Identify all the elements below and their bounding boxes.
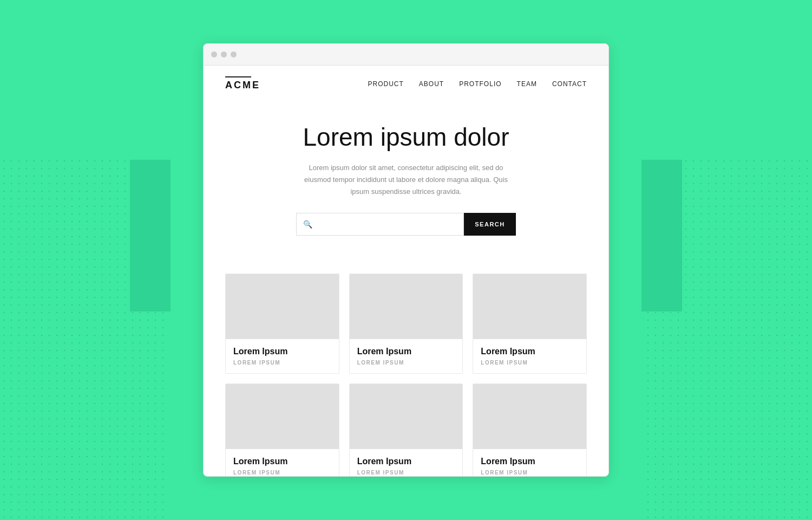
card-1[interactable]: Lorem Ipsum LOREM IPSUM <box>225 274 339 374</box>
card-6[interactable]: Lorem Ipsum LOREM IPSUM <box>473 384 587 476</box>
card-title-6: Lorem Ipsum <box>481 457 579 466</box>
browser-chrome <box>204 44 608 66</box>
card-title-4: Lorem Ipsum <box>233 457 331 466</box>
nav-link-product[interactable]: PRODUCT <box>368 80 404 88</box>
browser-dot-green <box>231 51 237 57</box>
search-input-wrapper: 🔍 <box>296 213 464 236</box>
card-body-3: Lorem Ipsum LOREM IPSUM <box>473 339 586 373</box>
card-image-2 <box>350 274 463 339</box>
browser-dot-yellow <box>221 51 227 57</box>
card-body-4: Lorem Ipsum LOREM IPSUM <box>226 449 339 476</box>
search-bar: 🔍 SEARCH <box>225 213 587 236</box>
card-subtitle-5: LOREM IPSUM <box>357 470 455 476</box>
card-subtitle-3: LOREM IPSUM <box>481 360 579 366</box>
card-body-5: Lorem Ipsum LOREM IPSUM <box>350 449 463 476</box>
card-title-2: Lorem Ipsum <box>357 347 455 356</box>
card-title-5: Lorem Ipsum <box>357 457 455 466</box>
hero-section: Lorem ipsum dolor Lorem ipsum dolor sit … <box>204 102 608 274</box>
logo-text[interactable]: ACME <box>225 80 260 91</box>
nav-link-about[interactable]: ABOUT <box>419 80 444 88</box>
card-subtitle-6: LOREM IPSUM <box>481 470 579 476</box>
card-subtitle-1: LOREM IPSUM <box>233 360 331 366</box>
logo-bar <box>225 76 251 77</box>
bg-solid-left <box>130 160 171 311</box>
card-image-6 <box>473 384 586 449</box>
nav-link-protfolio[interactable]: PROTFOLIO <box>459 80 501 88</box>
card-5[interactable]: Lorem Ipsum LOREM IPSUM <box>349 384 463 476</box>
logo-area: ACME <box>225 76 260 91</box>
card-image-1 <box>226 274 339 339</box>
card-image-5 <box>350 384 463 449</box>
search-icon: 🔍 <box>303 220 312 229</box>
card-3[interactable]: Lorem Ipsum LOREM IPSUM <box>473 274 587 374</box>
search-button[interactable]: SEARCH <box>464 213 515 236</box>
card-subtitle-2: LOREM IPSUM <box>357 360 455 366</box>
card-4[interactable]: Lorem Ipsum LOREM IPSUM <box>225 384 339 476</box>
card-subtitle-4: LOREM IPSUM <box>233 470 331 476</box>
nav-link-contact[interactable]: CONTACT <box>552 80 587 88</box>
nav-links: PRODUCT ABOUT PROTFOLIO TEAM CONTACT <box>368 80 587 88</box>
card-2[interactable]: Lorem Ipsum LOREM IPSUM <box>349 274 463 374</box>
hero-title: Lorem ipsum dolor <box>225 123 587 151</box>
browser-window: ACME PRODUCT ABOUT PROTFOLIO TEAM CONTAC… <box>203 43 609 477</box>
bg-solid-right <box>641 160 682 311</box>
card-body-1: Lorem Ipsum LOREM IPSUM <box>226 339 339 373</box>
browser-content: ACME PRODUCT ABOUT PROTFOLIO TEAM CONTAC… <box>204 66 608 476</box>
browser-dot-red <box>211 51 217 57</box>
card-body-6: Lorem Ipsum LOREM IPSUM <box>473 449 586 476</box>
nav-link-team[interactable]: TEAM <box>517 80 537 88</box>
card-title-3: Lorem Ipsum <box>481 347 579 356</box>
navbar: ACME PRODUCT ABOUT PROTFOLIO TEAM CONTAC… <box>204 66 608 102</box>
search-input[interactable] <box>317 220 457 228</box>
card-title-1: Lorem Ipsum <box>233 347 331 356</box>
card-image-4 <box>226 384 339 449</box>
card-image-3 <box>473 274 586 339</box>
hero-description: Lorem ipsum dolor sit amet, consectetur … <box>303 162 509 198</box>
cards-grid: Lorem Ipsum LOREM IPSUM Lorem Ipsum LORE… <box>204 274 608 476</box>
card-body-2: Lorem Ipsum LOREM IPSUM <box>350 339 463 373</box>
